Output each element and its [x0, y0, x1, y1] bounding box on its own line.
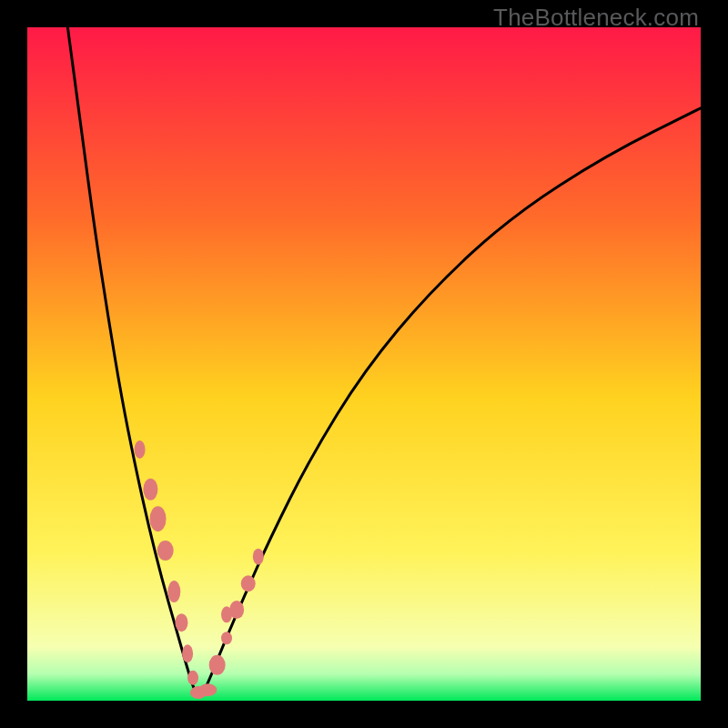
plot-area [27, 27, 701, 701]
curve-marker [157, 541, 174, 561]
curve-marker [187, 671, 198, 685]
curve-marker [135, 440, 146, 459]
bottleneck-curve [27, 27, 701, 701]
curve-marker [167, 581, 180, 602]
curve-marker [209, 655, 226, 675]
curve-marker [198, 683, 217, 696]
curve-marker [221, 632, 232, 644]
curve-marker [241, 575, 256, 592]
curve-marker [150, 506, 167, 531]
curve-marker [182, 644, 193, 662]
marker-group [135, 440, 264, 699]
outer-frame: TheBottleneck.com [0, 0, 728, 728]
curve-marker [143, 479, 157, 500]
curve-marker [175, 613, 187, 632]
curve-marker [229, 601, 244, 619]
curve-marker [253, 549, 264, 565]
